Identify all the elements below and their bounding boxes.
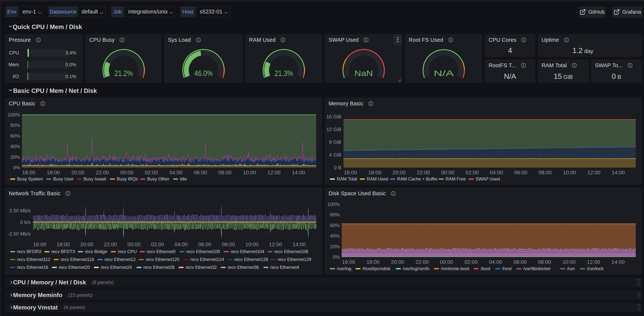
svg-text:18:00: 18:00 (47, 170, 60, 176)
svg-text:02:00: 02:00 (151, 242, 164, 247)
svg-text:0%: 0% (13, 165, 20, 170)
svg-text:16:00: 16:00 (342, 259, 355, 265)
svg-text:20%: 20% (10, 154, 20, 160)
svg-text:0%: 0% (333, 254, 340, 260)
svg-text:00:00: 00:00 (128, 242, 140, 247)
svg-text:0 b/s: 0 b/s (20, 220, 31, 225)
svg-text:22:00: 22:00 (417, 170, 430, 176)
svg-text:00:00: 00:00 (441, 170, 454, 176)
svg-text:14:00: 14:00 (612, 259, 624, 265)
svg-text:00:00: 00:00 (120, 170, 134, 176)
svg-text:08:00: 08:00 (538, 170, 552, 176)
svg-text:04:00: 04:00 (490, 170, 503, 176)
svg-text:-2.50 Mb/s: -2.50 Mb/s (8, 231, 31, 237)
svg-text:22:00: 22:00 (104, 242, 117, 247)
svg-text:22:00: 22:00 (416, 259, 428, 265)
svg-text:60%: 60% (330, 222, 340, 228)
svg-text:20:00: 20:00 (392, 170, 406, 176)
svg-text:14:00: 14:00 (292, 242, 306, 247)
svg-text:02:00: 02:00 (145, 170, 158, 176)
svg-text:21.2%: 21.2% (114, 69, 133, 78)
svg-text:04:00: 04:00 (175, 242, 188, 247)
svg-text:10:00: 10:00 (246, 242, 258, 247)
svg-text:14:00: 14:00 (292, 170, 305, 176)
svg-text:06:00: 06:00 (194, 170, 207, 176)
svg-text:16:00: 16:00 (22, 170, 36, 176)
svg-text:16:00: 16:00 (33, 242, 46, 247)
svg-text:10:00: 10:00 (243, 170, 256, 176)
svg-text:21.3%: 21.3% (275, 69, 293, 78)
svg-text:06:00: 06:00 (514, 259, 526, 265)
svg-text:18:00: 18:00 (368, 170, 381, 176)
svg-text:02:00: 02:00 (466, 170, 479, 176)
svg-text:2.50 Mb/s: 2.50 Mb/s (9, 208, 31, 214)
svg-text:22:00: 22:00 (96, 170, 109, 176)
svg-text:12:00: 12:00 (587, 259, 600, 265)
svg-text:10:00: 10:00 (563, 170, 576, 176)
svg-text:8 GiB: 8 GiB (329, 139, 341, 145)
svg-text:16 GiB: 16 GiB (326, 114, 342, 120)
svg-text:N/A: N/A (434, 69, 454, 78)
svg-text:40%: 40% (330, 233, 340, 239)
svg-text:14:00: 14:00 (612, 170, 625, 176)
svg-text:12:00: 12:00 (587, 170, 600, 176)
svg-text:08:00: 08:00 (222, 242, 235, 247)
svg-text:00:00: 00:00 (440, 259, 453, 265)
svg-text:0 B: 0 B (334, 165, 341, 170)
svg-text:100%: 100% (328, 202, 340, 207)
svg-text:80%: 80% (330, 212, 340, 218)
svg-text:10:00: 10:00 (562, 259, 576, 265)
svg-text:18:00: 18:00 (366, 259, 380, 265)
svg-text:4 GiB: 4 GiB (329, 152, 341, 158)
svg-text:46.0%: 46.0% (194, 69, 213, 78)
svg-text:08:00: 08:00 (538, 259, 551, 265)
svg-text:100%: 100% (8, 112, 20, 118)
svg-text:80%: 80% (10, 122, 20, 128)
svg-text:20:00: 20:00 (71, 170, 84, 176)
svg-text:16:00: 16:00 (344, 170, 357, 176)
svg-text:20%: 20% (330, 244, 340, 249)
svg-text:02:00: 02:00 (464, 259, 478, 265)
svg-text:20:00: 20:00 (80, 242, 94, 247)
svg-text:12 GiB: 12 GiB (326, 126, 342, 132)
svg-text:04:00: 04:00 (489, 259, 502, 265)
svg-text:08:00: 08:00 (218, 170, 232, 176)
svg-text:04:00: 04:00 (170, 170, 182, 176)
svg-text:06:00: 06:00 (198, 242, 211, 247)
svg-text:40%: 40% (10, 144, 20, 149)
svg-text:20:00: 20:00 (391, 259, 404, 265)
svg-text:NaN: NaN (354, 69, 373, 78)
svg-text:12:00: 12:00 (267, 170, 280, 176)
svg-text:12:00: 12:00 (269, 242, 282, 247)
svg-text:60%: 60% (10, 133, 20, 139)
svg-text:06:00: 06:00 (514, 170, 527, 176)
svg-text:18:00: 18:00 (57, 242, 70, 247)
